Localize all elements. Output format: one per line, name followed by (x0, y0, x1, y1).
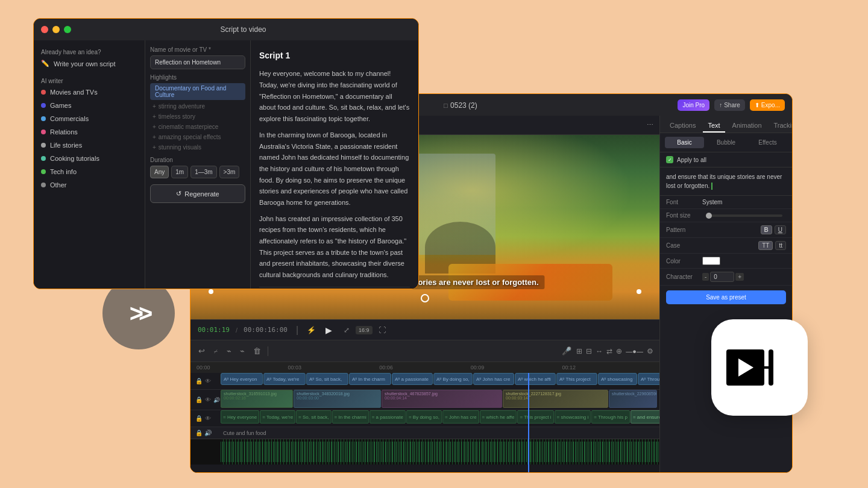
style-tab-basic[interactable]: Basic (665, 137, 704, 148)
duration-1m[interactable]: 1m (171, 166, 188, 178)
cap2-seg-10[interactable]: = showcasing i (555, 410, 591, 424)
caption-seg-today[interactable]: Aᵍ Today, we're (263, 373, 306, 385)
subtitle-left-handle[interactable] (209, 289, 213, 294)
media-seg-4[interactable]: shutterstock_2227128317.jpg 00:00:03:14 (503, 390, 608, 408)
subtitle-right-handle[interactable] (637, 289, 641, 294)
sidebar-commercials[interactable]: Commercials (34, 112, 145, 125)
font-size-handle[interactable] (706, 213, 712, 219)
caption-seg-doing[interactable]: Aᵍ By doing so, (433, 373, 473, 385)
timeline-tool-2[interactable]: ⊟ (586, 347, 592, 355)
sidebar-write-own[interactable]: ✏️ Write your own script (34, 57, 145, 70)
caption-seg-hey[interactable]: Aᵍ Hey everyon (221, 373, 263, 385)
lowercase-button[interactable]: tt (775, 241, 786, 250)
cap2-seg-8[interactable]: = which he affe (480, 410, 517, 424)
sidebar-relations[interactable]: Relations (34, 125, 145, 139)
color-swatch[interactable] (702, 257, 720, 265)
bold-button[interactable]: B (761, 225, 772, 234)
duration-1-3m[interactable]: 1—3m (190, 166, 216, 178)
duration-any[interactable]: Any (150, 166, 169, 178)
caption-seg-project[interactable]: Aᵍ This project (556, 373, 597, 385)
character-decrement[interactable]: - (702, 273, 709, 281)
cap2-seg-9[interactable]: = This project i (517, 410, 553, 424)
tab-tracking[interactable]: Tracking (769, 119, 792, 133)
eye-icon-2[interactable]: 👁 (205, 415, 211, 422)
highlight-add-4[interactable]: + amazing special effects (150, 133, 245, 142)
cap2-seg-3[interactable]: = So, sit back, (296, 410, 331, 424)
lock-icon-2[interactable]: 🔒 (195, 415, 203, 422)
character-value[interactable] (710, 272, 734, 282)
minimize-button[interactable] (52, 26, 60, 33)
share-button[interactable]: ↑ Share (714, 99, 745, 111)
play-button[interactable]: ▶ (322, 324, 335, 337)
sidebar-other[interactable]: Other (34, 178, 145, 192)
close-button[interactable] (41, 26, 48, 33)
duration-3m[interactable]: >3m (219, 166, 240, 178)
cap2-seg-5[interactable]: = a passionate (370, 410, 406, 424)
caption-seg-sit[interactable]: Aᵍ So, sit back, (306, 373, 348, 385)
underline-button[interactable]: U (775, 225, 786, 234)
font-size-slider[interactable] (706, 214, 782, 217)
cap2-seg-11[interactable]: = Through his p (591, 410, 630, 424)
apply-all-checkbox[interactable]: ✓ (666, 156, 673, 163)
timeline-tool-3[interactable]: ↔ (596, 347, 603, 355)
undo-icon[interactable]: ↩ (197, 345, 207, 357)
join-pro-button[interactable]: Join Pro (678, 99, 709, 111)
trim-right-icon[interactable]: ⌁ (238, 345, 247, 357)
timeline-tool-5[interactable]: ⊕ (616, 347, 622, 355)
sidebar-games[interactable]: Games (34, 99, 145, 112)
media-seg-1[interactable]: shutterstock_316591013.jpg 00:00:02:16 (221, 390, 293, 408)
eye-icon-1[interactable]: 👁 (205, 378, 211, 384)
export-button[interactable]: ⬆ Expo... (750, 99, 785, 111)
sidebar-cooking-tutorials[interactable]: Cooking tutorials (34, 152, 145, 165)
caption-seg-john[interactable]: Aᵍ John has cre (473, 373, 514, 385)
highlight-add-5[interactable]: + stunning visuals (150, 143, 245, 152)
regenerate-button[interactable]: ↺ Regenerate (150, 184, 245, 203)
lock-icon-1[interactable]: 🔒 (195, 378, 203, 384)
delete-icon[interactable]: 🗑 (251, 345, 263, 357)
subtitle-center-handle[interactable] (421, 294, 429, 302)
cap2-seg-7[interactable]: = John has cre (442, 410, 479, 424)
style-tab-effects[interactable]: Effects (748, 137, 787, 148)
tab-animation[interactable]: Animation (728, 119, 767, 133)
media-seg-5[interactable]: shutterstock_229608590... (609, 390, 657, 408)
style-tab-bubble[interactable]: Bubble (706, 137, 746, 148)
split-icon[interactable]: ⚡ (307, 326, 316, 334)
cap2-seg-4[interactable]: = In the charmi (332, 410, 369, 424)
eye-icon-media[interactable]: 👁 (205, 396, 211, 403)
cap2-seg-1[interactable]: = Hey everyone (221, 410, 259, 424)
tab-captions[interactable]: Captions (665, 119, 700, 133)
save-preset-button[interactable]: Save as preset (666, 290, 786, 304)
highlight-add-2[interactable]: + timeless story (150, 112, 245, 121)
character-increment[interactable]: + (735, 273, 744, 281)
caption-seg-which[interactable]: Aᵍ which he affi (515, 373, 556, 385)
sidebar-movies-tvs[interactable]: Movies and TVs (34, 86, 145, 99)
lock-icon-audio[interactable]: 🔒 (195, 430, 203, 436)
maximize-button[interactable] (64, 26, 71, 33)
highlight-add-1[interactable]: + stirring adventure (150, 102, 245, 111)
uppercase-button[interactable]: TT (758, 241, 773, 250)
cap2-seg-2[interactable]: = Today, we're (260, 410, 295, 424)
split-tool-icon[interactable]: ⌿ (212, 345, 220, 357)
caption-seg-through[interactable]: Aᵍ Through his p (638, 373, 659, 385)
tab-text[interactable]: Text (703, 119, 725, 133)
cap2-seg-12[interactable]: = and ensure ti (631, 410, 659, 424)
timeline-settings-icon[interactable]: ⚙ (647, 347, 653, 355)
vol-icon-media[interactable]: 🔊 (213, 397, 220, 403)
fullscreen-icon[interactable]: ⛶ (379, 326, 386, 334)
vol-icon-audio[interactable]: 🔊 (204, 430, 212, 436)
media-seg-2[interactable]: shutterstock_348320018.jpg 00:00:03:00 (294, 390, 381, 408)
movie-name-input[interactable] (150, 55, 245, 69)
zoom-slider[interactable]: —●— (626, 348, 643, 355)
microphone-icon[interactable]: 🎤 (562, 346, 571, 355)
timeline-tool-4[interactable]: ⇄ (606, 347, 612, 355)
caption-seg-passionate[interactable]: Aᵍ a passionate (392, 373, 433, 385)
trim-left-icon[interactable]: ⌁ (225, 345, 233, 357)
highlight-add-3[interactable]: + cinematic masterpiece (150, 122, 245, 131)
caption-seg-charming[interactable]: Aᵍ In the charm (349, 373, 391, 385)
media-seg-3[interactable]: shutterstock_467823857.jpg 00:00:04:14 (382, 390, 502, 408)
caption-seg-showcasing[interactable]: Aᵍ showcasing t (598, 373, 637, 385)
sidebar-tech-info[interactable]: Tech info (34, 165, 145, 178)
fullscreen-expand-icon[interactable]: ⤢ (344, 326, 350, 334)
sidebar-life-stories[interactable]: Life stories (34, 139, 145, 152)
timeline-tool-1[interactable]: ⊞ (576, 347, 582, 355)
